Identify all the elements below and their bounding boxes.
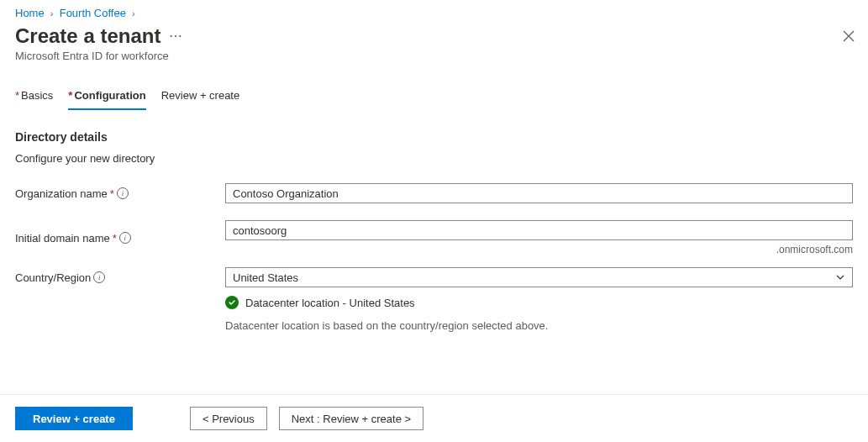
country-region-label: Country/Region xyxy=(15,271,91,284)
tab-configuration[interactable]: *Configuration xyxy=(68,86,145,110)
tab-review-create[interactable]: Review + create xyxy=(161,86,240,110)
organization-name-input[interactable] xyxy=(225,183,853,203)
field-row-organization-name: Organization name * i xyxy=(15,183,853,203)
section-description: Configure your new directory xyxy=(15,152,853,165)
previous-button[interactable]: < Previous xyxy=(190,407,267,430)
tabs: *Basics *Configuration Review + create xyxy=(15,86,853,110)
info-icon[interactable]: i xyxy=(117,187,129,199)
page-title: Create a tenant xyxy=(15,24,160,48)
check-circle-icon xyxy=(225,296,239,309)
close-button[interactable] xyxy=(843,30,855,42)
datacenter-note: Datacenter location is based on the coun… xyxy=(225,319,853,332)
tab-review-label: Review + create xyxy=(161,89,240,102)
breadcrumb: Home › Fourth Coffee › xyxy=(15,7,853,19)
country-region-select[interactable]: United States xyxy=(225,267,853,287)
initial-domain-name-input[interactable] xyxy=(225,220,853,240)
breadcrumb-home[interactable]: Home xyxy=(15,7,45,19)
tab-basics[interactable]: *Basics xyxy=(15,86,53,110)
country-region-value: United States xyxy=(233,271,298,284)
next-button[interactable]: Next : Review + create > xyxy=(279,407,423,430)
tab-configuration-label: Configuration xyxy=(74,89,145,102)
field-row-initial-domain-name: Initial domain name * i .onmicrosoft.com xyxy=(15,220,853,255)
footer: Review + create < Previous Next : Review… xyxy=(0,394,868,430)
tab-basics-label: Basics xyxy=(21,89,53,102)
datacenter-location-text: Datacenter location - United States xyxy=(245,297,415,309)
required-star-icon: * xyxy=(113,232,117,245)
initial-domain-name-label: Initial domain name xyxy=(15,232,110,245)
datacenter-location-row: Datacenter location - United States xyxy=(225,296,853,309)
breadcrumb-fourth-coffee[interactable]: Fourth Coffee xyxy=(60,7,126,19)
required-star-icon: * xyxy=(110,187,114,200)
page-subtitle: Microsoft Entra ID for workforce xyxy=(15,50,853,62)
chevron-right-icon: › xyxy=(128,8,139,18)
section-title: Directory details xyxy=(15,130,853,144)
review-create-button[interactable]: Review + create xyxy=(15,407,133,430)
info-icon[interactable]: i xyxy=(119,232,131,244)
more-actions-button[interactable]: ⋯ xyxy=(169,29,182,43)
chevron-right-icon: › xyxy=(46,8,58,18)
required-star-icon: * xyxy=(68,89,72,102)
field-row-country-region: Country/Region i United States xyxy=(15,267,853,287)
required-star-icon: * xyxy=(15,89,19,102)
organization-name-label: Organization name xyxy=(15,187,108,200)
info-icon[interactable]: i xyxy=(93,271,105,283)
chevron-down-icon xyxy=(835,272,845,282)
domain-suffix-label: .onmicrosoft.com xyxy=(225,244,853,255)
